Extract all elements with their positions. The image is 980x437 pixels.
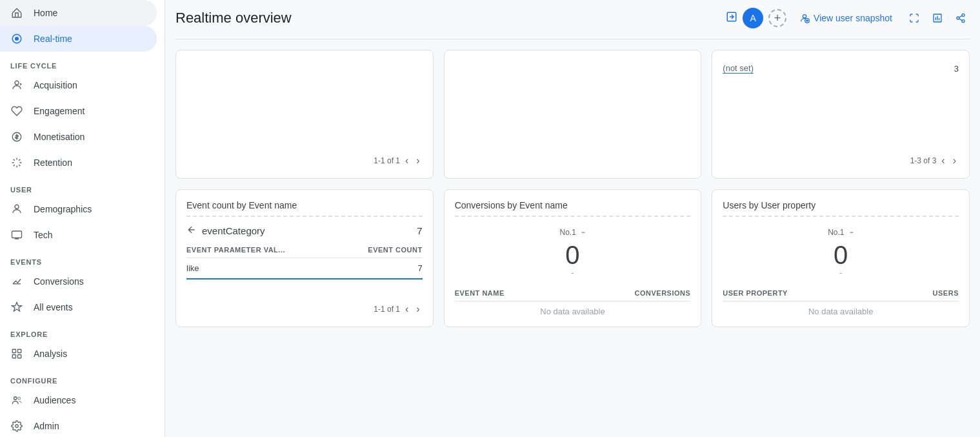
- conversions-rank-sub: -: [571, 268, 574, 278]
- event-count-col: EVENT COUNT: [368, 246, 422, 254]
- add-comparison-btn[interactable]: +: [768, 9, 786, 27]
- sidebar-item-admin[interactable]: Admin: [0, 413, 157, 437]
- conversions-no-data: No data available: [455, 307, 691, 316]
- event-name: eventCategory: [202, 225, 265, 236]
- event-pagination: 1-1 of 1: [374, 305, 400, 314]
- card-top-1-next[interactable]: ›: [414, 154, 422, 168]
- sidebar-engagement-label: Engagement: [34, 106, 85, 116]
- sidebar-demographics-label: Demographics: [34, 204, 92, 214]
- card-top-1-prev[interactable]: ‹: [403, 154, 411, 168]
- sidebar-item-all-events[interactable]: All events: [0, 294, 157, 320]
- sidebar-item-realtime[interactable]: Real-time: [0, 26, 157, 52]
- conversions-title: Conversions by Event name: [455, 200, 691, 217]
- all-events-icon: [10, 301, 23, 314]
- tech-icon: [10, 229, 23, 241]
- notset-row: (not set) 3: [723, 61, 959, 76]
- sidebar-item-demographics[interactable]: Demographics: [0, 196, 157, 222]
- fullscreen-btn[interactable]: [905, 9, 923, 27]
- svg-rect-6: [12, 349, 15, 352]
- card-top-2-content: [455, 61, 691, 168]
- sidebar-tech-label: Tech: [34, 230, 53, 240]
- sidebar-admin-label: Admin: [34, 421, 59, 431]
- sidebar-audiences-label: Audiences: [34, 395, 75, 405]
- svg-point-12: [15, 425, 19, 428]
- svg-rect-7: [18, 349, 21, 352]
- sidebar-item-audiences[interactable]: Audiences: [0, 387, 157, 413]
- event-table-header: EVENT PARAMETER VAL... EVENT COUNT: [186, 242, 423, 258]
- card-top-1-content: [186, 61, 423, 148]
- event-card-header: eventCategory 7: [186, 225, 423, 237]
- users-rank-separator: -: [850, 225, 854, 239]
- users-content: No.1 - 0 - USER PROPERTY USERS No data a…: [723, 225, 959, 316]
- conversions-event-col: EVENT NAME: [455, 289, 505, 297]
- card-top-3-next[interactable]: ›: [950, 154, 959, 168]
- users-rank-sub: -: [839, 268, 842, 278]
- view-snapshot-btn[interactable]: View user snapshot: [792, 9, 900, 27]
- audiences-icon: [10, 394, 23, 407]
- sidebar-item-analysis[interactable]: Analysis: [0, 341, 157, 367]
- export-icon[interactable]: [726, 11, 737, 26]
- sidebar-realtime-label: Real-time: [34, 34, 72, 44]
- sidebar-item-engagement[interactable]: Engagement: [0, 98, 157, 124]
- event-count-card: Event count by Event name eventCategory …: [175, 189, 434, 327]
- event-table-row: like 7: [186, 258, 423, 279]
- section-user: USER: [0, 176, 165, 196]
- users-rank-block: No.1 - 0 -: [723, 225, 959, 278]
- sidebar-item-conversions[interactable]: Conversions: [0, 269, 157, 294]
- main-content: Realtime overview A + View user snapshot: [165, 0, 980, 437]
- conversions-rank-value: 0: [565, 242, 579, 268]
- users-no-data: No data available: [723, 307, 959, 316]
- users-rank-section: No.1 -: [828, 225, 854, 239]
- sidebar-monetisation-label: Monetisation: [34, 132, 85, 142]
- card-top-3: (not set) 3 1-3 of 3 ‹ ›: [712, 50, 970, 179]
- event-row-label: like: [186, 263, 199, 273]
- svg-point-4: [15, 205, 19, 208]
- svg-point-17: [962, 14, 965, 16]
- chart-btn[interactable]: [928, 9, 946, 27]
- back-arrow-icon[interactable]: [186, 225, 197, 237]
- sidebar-retention-label: Retention: [34, 158, 72, 168]
- share-btn[interactable]: [952, 9, 970, 27]
- conversions-content: No.1 - 0 - EVENT NAME CONVERSIONS No dat…: [455, 225, 691, 316]
- conversions-conversions-col: CONVERSIONS: [635, 289, 691, 297]
- event-next-btn[interactable]: ›: [414, 302, 422, 316]
- users-rank-label: No.1: [828, 228, 844, 237]
- event-param-col: EVENT PARAMETER VAL...: [186, 246, 285, 254]
- event-count-content: eventCategory 7 EVENT PARAMETER VAL... E…: [186, 225, 423, 297]
- monetisation-icon: [10, 130, 23, 143]
- card-top-3-content: (not set) 3: [723, 61, 959, 148]
- users-rank-value: 0: [834, 242, 848, 268]
- notset-label: (not set): [723, 63, 754, 74]
- users-col-headers: USER PROPERTY USERS: [723, 285, 959, 301]
- page-header: Realtime overview A + View user snapshot: [175, 0, 970, 39]
- avatar: A: [743, 8, 763, 28]
- conversions-rank-block: No.1 - 0 -: [455, 225, 691, 278]
- sidebar-item-retention[interactable]: Retention: [0, 150, 157, 176]
- conversions-card: Conversions by Event name No.1 - 0 - EVE…: [444, 189, 702, 327]
- section-lifecycle: LIFE CYCLE: [0, 52, 165, 72]
- sidebar-all-events-label: All events: [34, 302, 73, 312]
- sidebar-item-home[interactable]: Home: [0, 0, 157, 26]
- card-top-3-footer: 1-3 of 3 ‹ ›: [723, 148, 959, 168]
- home-icon: [10, 6, 23, 19]
- card-top-3-prev[interactable]: ‹: [939, 154, 947, 168]
- sidebar-home-label: Home: [34, 8, 57, 18]
- conversions-col-headers: EVENT NAME CONVERSIONS: [455, 285, 691, 301]
- card-top-1-footer: 1-1 of 1 ‹ ›: [186, 148, 423, 168]
- engagement-icon: [10, 105, 23, 117]
- demographics-icon: [10, 203, 23, 216]
- section-events: EVENTS: [0, 248, 165, 269]
- conversions-rank-section: No.1 -: [559, 225, 585, 239]
- users-property-col: USER PROPERTY: [723, 289, 788, 297]
- event-name-row: eventCategory: [186, 225, 265, 237]
- svg-rect-8: [12, 355, 15, 358]
- sidebar-item-monetisation[interactable]: Monetisation: [0, 124, 157, 150]
- page-title: Realtime overview: [175, 10, 717, 26]
- sidebar-item-tech[interactable]: Tech: [0, 222, 157, 248]
- svg-point-1: [15, 37, 19, 41]
- event-prev-btn[interactable]: ‹: [403, 302, 411, 316]
- section-explore: EXPLORE: [0, 320, 165, 341]
- realtime-icon: [10, 32, 23, 45]
- svg-rect-9: [18, 355, 21, 358]
- sidebar-item-acquisition[interactable]: Acquisition: [0, 72, 157, 98]
